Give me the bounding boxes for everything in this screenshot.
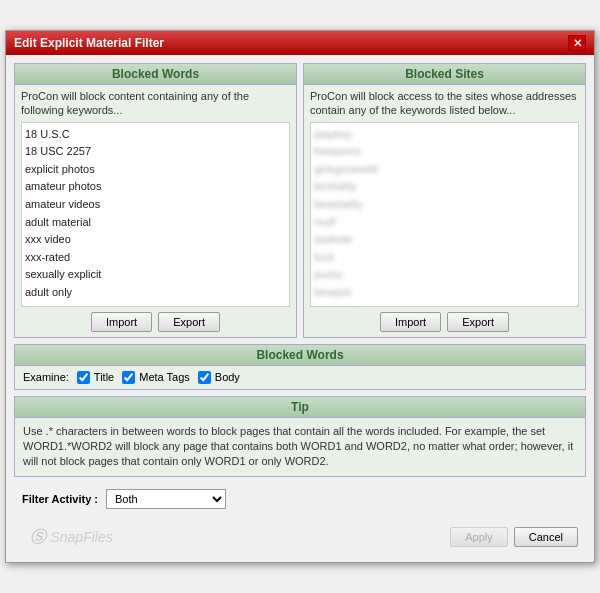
list-item: girlsgonewild [314, 161, 575, 179]
blocked-words-buttons: Import Export [15, 307, 296, 337]
body-checkbox[interactable] [198, 371, 211, 384]
examine-row: Examine: Title Meta Tags Body [15, 366, 585, 389]
list-item: adult material [25, 214, 286, 232]
meta-tags-label: Meta Tags [139, 371, 190, 383]
list-item: asshole [314, 231, 575, 249]
body-checkbox-group: Body [198, 371, 240, 384]
examine-section-header: Blocked Words [15, 345, 585, 366]
blocked-sites-import-button[interactable]: Import [380, 312, 441, 332]
blocked-words-header: Blocked Words [15, 64, 296, 85]
list-item: muff [314, 214, 575, 232]
filter-activity-label: Filter Activity : [22, 493, 98, 505]
dialog-title: Edit Explicit Material Filter [14, 36, 164, 50]
blocked-sites-list[interactable]: playboyfreepornsgirlsgonewildbestialityb… [310, 122, 579, 307]
blocked-words-import-button[interactable]: Import [91, 312, 152, 332]
list-item: explicit photos [25, 161, 286, 179]
blocked-sites-buttons: Import Export [304, 307, 585, 337]
list-item: amateur videos [25, 196, 286, 214]
blocked-sites-panel: Blocked Sites ProCon will block access t… [303, 63, 586, 338]
body-label: Body [215, 371, 240, 383]
close-button[interactable]: ✕ [568, 35, 586, 51]
tip-content: Use .* characters in between words to bl… [15, 418, 585, 476]
list-item: sexually explicit [25, 266, 286, 284]
filter-activity-row: Filter Activity : BothIncomingOutgoingDi… [14, 483, 586, 515]
tip-section: Tip Use .* characters in between words t… [14, 396, 586, 477]
title-bar: Edit Explicit Material Filter ✕ [6, 31, 594, 55]
blocked-sites-export-button[interactable]: Export [447, 312, 509, 332]
blocked-sites-description: ProCon will block access to the sites wh… [304, 85, 585, 122]
filter-activity-select[interactable]: BothIncomingOutgoingDisabled [106, 489, 226, 509]
title-label: Title [94, 371, 114, 383]
list-item: playboy [314, 126, 575, 144]
list-item: xxx-rated [25, 249, 286, 267]
bottom-buttons: Ⓢ SnapFiles Apply Cancel [14, 521, 586, 554]
blocked-words-list[interactable]: 18 U.S.C18 USC 2257explicit photosamateu… [21, 122, 290, 307]
list-item: beastiality [314, 196, 575, 214]
list-item: 18 USC 2257 [25, 143, 286, 161]
list-item: fuck [314, 249, 575, 267]
list-item: xxx video [25, 231, 286, 249]
blocked-words-export-button[interactable]: Export [158, 312, 220, 332]
list-item: blowjob [314, 284, 575, 302]
list-item: pussy [314, 266, 575, 284]
list-item: freeporns [314, 143, 575, 161]
list-item: 18 U.S.C [25, 126, 286, 144]
title-checkbox[interactable] [77, 371, 90, 384]
apply-button[interactable]: Apply [450, 527, 508, 547]
snapfiles-text: SnapFiles [50, 529, 112, 545]
title-checkbox-group: Title [77, 371, 114, 384]
top-panels: Blocked Words ProCon will block content … [14, 63, 586, 338]
tip-header: Tip [15, 397, 585, 418]
snapfiles-logo: Ⓢ SnapFiles [22, 527, 113, 548]
blocked-sites-header: Blocked Sites [304, 64, 585, 85]
meta-tags-checkbox-group: Meta Tags [122, 371, 190, 384]
blocked-words-panel: Blocked Words ProCon will block content … [14, 63, 297, 338]
list-item: bestiality [314, 178, 575, 196]
examine-section: Blocked Words Examine: Title Meta Tags B… [14, 344, 586, 390]
dialog-body: Blocked Words ProCon will block content … [6, 55, 594, 562]
cancel-button[interactable]: Cancel [514, 527, 578, 547]
blocked-words-description: ProCon will block content containing any… [15, 85, 296, 122]
list-item: amateur photos [25, 178, 286, 196]
list-item: adult only [25, 284, 286, 302]
dialog: Edit Explicit Material Filter ✕ Blocked … [5, 30, 595, 563]
meta-tags-checkbox[interactable] [122, 371, 135, 384]
examine-label: Examine: [23, 371, 69, 383]
